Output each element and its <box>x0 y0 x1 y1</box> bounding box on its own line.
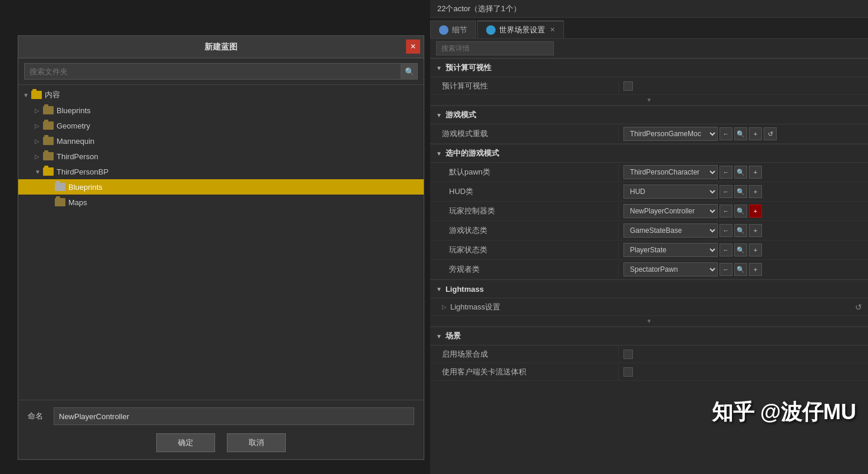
add-icon-button[interactable]: + <box>749 185 762 198</box>
name-input[interactable] <box>54 407 414 425</box>
search-input[interactable] <box>24 63 401 80</box>
tab-details[interactable]: 细节 <box>430 21 476 38</box>
tree-item-maps[interactable]: Maps <box>18 195 424 210</box>
tree-item-content[interactable]: ▼ 内容 <box>18 87 424 103</box>
tree-item-thirdpersonbp[interactable]: ▼ ThirdPersonBP <box>18 164 424 179</box>
search-icon-button[interactable]: 🔍 <box>734 127 747 140</box>
dropdown-container: SpectatorPawn ← 🔍 + <box>623 262 762 276</box>
reset-icon-button[interactable]: ← <box>720 127 732 140</box>
search-icon-button[interactable]: 🔍 <box>734 205 747 218</box>
reset-button[interactable]: ↺ <box>855 302 862 312</box>
add-highlighted-button[interactable]: + <box>749 205 762 218</box>
prop-value <box>619 365 868 379</box>
search-icon-button[interactable]: 🔍 <box>401 63 418 80</box>
prop-row-player-state: 玩家状态类 PlayerState ← 🔍 + <box>430 241 868 260</box>
prop-label: 游戏模式重载 <box>430 126 619 142</box>
dropdown-container: GameStateBase ← 🔍 + <box>623 223 762 238</box>
prop-value <box>619 347 868 361</box>
precomputed-visibility-checkbox[interactable] <box>623 81 633 91</box>
tab-world-settings[interactable]: 世界场景设置 ✕ <box>477 21 564 38</box>
prop-value: ThirdPersonCharacter ← 🔍 + <box>619 163 868 182</box>
refresh-icon-button[interactable]: ↺ <box>764 127 777 140</box>
dropdown-container: PlayerState ← 🔍 + <box>623 243 762 257</box>
section-title: 游戏模式 <box>445 110 476 120</box>
add-icon-button[interactable]: + <box>749 263 762 276</box>
section-lightmass[interactable]: ▼ Lightmass <box>430 279 868 298</box>
dialog-close-button[interactable]: ✕ <box>406 40 420 54</box>
scene-compositing-checkbox[interactable] <box>623 350 633 359</box>
tree-label: Blueprints <box>68 183 103 192</box>
tab-details-label: 细节 <box>452 25 467 35</box>
search-detail-input[interactable] <box>436 41 554 55</box>
section-arrow: ▼ <box>436 333 442 340</box>
dropdown-container: ThirdPersonGameMoc ← 🔍 + ↺ <box>623 127 777 141</box>
game-mode-override-select[interactable]: ThirdPersonGameMoc <box>623 127 718 141</box>
name-row: 命名 <box>28 407 414 425</box>
prop-label: 默认pawn类 <box>430 164 619 180</box>
tree-label: ThirdPerson <box>57 152 98 161</box>
search-icon-button[interactable]: 🔍 <box>734 243 747 256</box>
lightmass-settings-row[interactable]: ▷ Lightmass设置 ↺ <box>430 298 868 316</box>
tree-label: Mannequin <box>57 137 94 146</box>
section-scene[interactable]: ▼ 场景 <box>430 327 868 345</box>
hud-select[interactable]: HUD <box>623 185 718 199</box>
section-title: 预计算可视性 <box>445 62 491 73</box>
section-precomputed-visibility[interactable]: ▼ 预计算可视性 <box>430 58 868 77</box>
prop-label: 玩家状态类 <box>430 242 619 258</box>
prop-row-precomputed: 预计算可视性 <box>430 77 868 95</box>
tree-item-blueprints1[interactable]: ▷ Blueprints <box>18 103 424 118</box>
folder-icon <box>55 183 65 191</box>
search-icon-button[interactable]: 🔍 <box>734 224 747 237</box>
search-icon-button[interactable]: 🔍 <box>734 263 747 276</box>
section-arrow: ▼ <box>436 112 442 119</box>
prop-value: NewPlayerController ← 🔍 + <box>619 202 868 220</box>
tree-arrow: ▷ <box>35 123 43 129</box>
confirm-button[interactable]: 确定 <box>156 433 215 452</box>
reset-icon-button[interactable]: ← <box>720 224 732 237</box>
search-icon: 🔍 <box>405 67 414 76</box>
tab-close-button[interactable]: ✕ <box>550 26 555 34</box>
tree-arrow: ▷ <box>35 107 43 114</box>
reset-icon-button[interactable]: ← <box>720 166 732 179</box>
search-icon-button[interactable]: 🔍 <box>734 185 747 198</box>
reset-icon-button[interactable]: ← <box>720 263 732 276</box>
cancel-button[interactable]: 取消 <box>227 433 286 452</box>
add-icon-button[interactable]: + <box>749 127 762 140</box>
tree-arrow: ▷ <box>35 138 43 144</box>
prop-row-default-pawn: 默认pawn类 ThirdPersonCharacter ← 🔍 + <box>430 163 868 182</box>
section-selected-game-mode[interactable]: ▼ 选中的游戏模式 <box>430 144 868 163</box>
add-icon-button[interactable]: + <box>749 243 762 256</box>
reset-icon-button[interactable]: ← <box>720 205 732 218</box>
add-icon-button[interactable]: + <box>749 166 762 179</box>
client-level-streaming-checkbox[interactable] <box>623 367 633 377</box>
spectator-select[interactable]: SpectatorPawn <box>623 262 718 276</box>
game-state-select[interactable]: GameStateBase <box>623 223 718 238</box>
folder-icon <box>55 198 65 206</box>
tree-item-mannequin[interactable]: ▷ Mannequin <box>18 133 424 149</box>
add-icon-button[interactable]: + <box>749 224 762 237</box>
dropdown-container: ThirdPersonCharacter ← 🔍 + <box>623 165 762 179</box>
player-controller-select[interactable]: NewPlayerController <box>623 204 718 218</box>
search-icon-button[interactable]: 🔍 <box>734 166 747 179</box>
divider-icon: ▼ <box>646 97 652 103</box>
expand-arrow: ▷ <box>442 304 447 310</box>
reset-icon-button[interactable]: ← <box>720 185 732 198</box>
prop-row-game-state: 游戏状态类 GameStateBase ← 🔍 + <box>430 221 868 241</box>
folder-icon <box>43 137 54 145</box>
properties-panel: ▼ 预计算可视性 预计算可视性 ▼ ▼ 游戏模式 游戏模式重载 ThirdPer… <box>430 58 868 474</box>
default-pawn-select[interactable]: ThirdPersonCharacter <box>623 165 718 179</box>
tree-item-thirdperson[interactable]: ▷ ThirdPerson <box>18 149 424 164</box>
player-state-select[interactable]: PlayerState <box>623 243 718 257</box>
section-game-mode[interactable]: ▼ 游戏模式 <box>430 106 868 124</box>
name-label: 命名 <box>28 411 54 422</box>
info-icon <box>439 25 448 35</box>
reset-icon-button[interactable]: ← <box>720 243 732 256</box>
tree-item-blueprints2-selected[interactable]: Blueprints <box>18 179 424 195</box>
prop-label: 旁观者类 <box>430 261 619 278</box>
section-arrow: ▼ <box>436 286 442 292</box>
dialog-titlebar: 新建蓝图 ✕ <box>18 36 424 58</box>
tree-item-geometry[interactable]: ▷ Geometry <box>18 118 424 133</box>
right-panel: 22个actor（选择了1个） 细节 世界场景设置 ✕ ▼ 预计算可视性 预计算… <box>430 0 868 474</box>
footer-buttons: 确定 取消 <box>28 433 414 452</box>
section-title: Lightmass <box>445 285 484 294</box>
